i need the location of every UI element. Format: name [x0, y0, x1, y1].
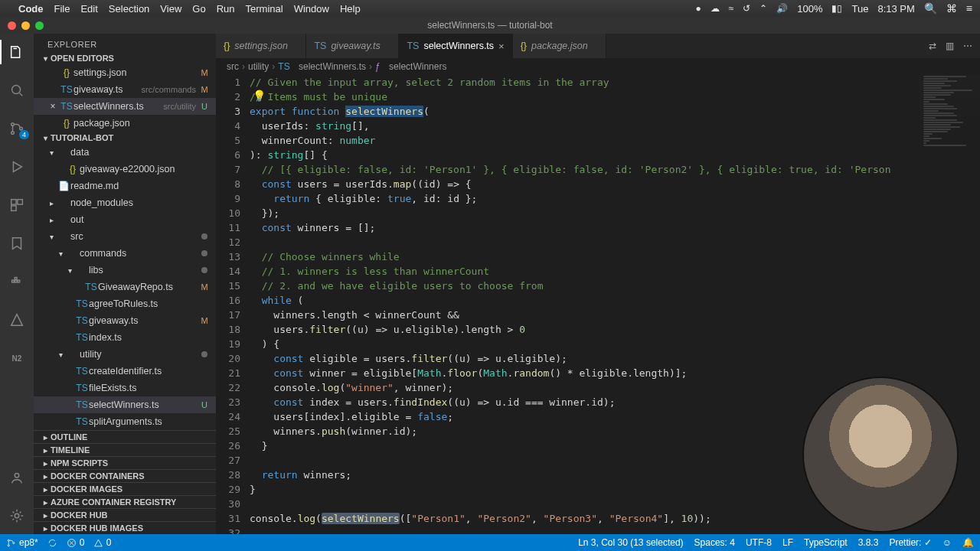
- status-branch[interactable]: ep8*: [6, 537, 38, 548]
- line-gutter[interactable]: 1234567891011121314151617181920212223242…: [216, 75, 250, 534]
- status-problems[interactable]: 0 0: [67, 537, 112, 548]
- status-encoding[interactable]: UTF-8: [746, 537, 772, 548]
- status-indent[interactable]: Spaces: 4: [694, 537, 735, 548]
- lightbulb-icon[interactable]: 💡: [253, 90, 266, 102]
- tree-folder[interactable]: ▾libs: [34, 262, 216, 279]
- chevron-icon[interactable]: ▾: [55, 249, 66, 258]
- activity-bookmarks[interactable]: [0, 231, 34, 256]
- open-editors-header[interactable]: ▾OPEN EDITORS: [34, 52, 216, 64]
- activity-extensions[interactable]: [0, 193, 34, 217]
- git-status-badge: U: [199, 400, 210, 409]
- tree-folder[interactable]: ▾src: [34, 228, 216, 245]
- project-header[interactable]: ▾TUTORIAL-BOT: [34, 132, 216, 144]
- tree-folder[interactable]: ▸out: [34, 211, 216, 228]
- collapsed-section[interactable]: ▸TIMELINE: [34, 443, 216, 456]
- breadcrumb[interactable]: src› utility› TS selectWinners.ts› ƒ sel…: [216, 58, 980, 75]
- tree-file[interactable]: {}giveaway-e22000.json: [34, 161, 216, 178]
- activity-notes[interactable]: N2: [0, 346, 34, 370]
- chevron-icon[interactable]: ▸: [46, 199, 57, 207]
- editor-tab[interactable]: {}settings.json×: [216, 34, 306, 58]
- app-name[interactable]: Code: [18, 3, 44, 15]
- tree-folder[interactable]: ▸node_modules: [34, 194, 216, 211]
- collapsed-section[interactable]: ▸AZURE CONTAINER REGISTRY: [34, 495, 216, 508]
- open-editor-item[interactable]: TSgiveaway.tssrc/commandsM: [34, 81, 216, 98]
- status-time[interactable]: 8:13 PM: [877, 3, 914, 15]
- chevron-icon[interactable]: ▾: [64, 266, 75, 275]
- tab-action-split-icon[interactable]: ▥: [946, 41, 954, 51]
- menu-go[interactable]: Go: [192, 3, 205, 15]
- chevron-icon[interactable]: ▾: [46, 233, 57, 241]
- minimize-window-button[interactable]: [21, 21, 30, 30]
- collapsed-section[interactable]: ▸DOCKER IMAGES: [34, 482, 216, 495]
- status-sync[interactable]: [47, 538, 57, 548]
- activity-run-debug[interactable]: [0, 155, 34, 179]
- tree-file[interactable]: TSGiveawayRepo.tsM: [34, 279, 216, 295]
- collapsed-section[interactable]: ▸DOCKER CONTAINERS: [34, 469, 216, 482]
- close-window-button[interactable]: [8, 21, 16, 30]
- menu-terminal[interactable]: Terminal: [246, 3, 283, 15]
- tree-file[interactable]: TSfileExists.ts: [34, 380, 216, 396]
- tree-file[interactable]: TSindex.ts: [34, 329, 216, 346]
- editor-tab[interactable]: TSgiveaway.ts×: [306, 34, 399, 58]
- collapsed-section[interactable]: ▸OUTLINE: [34, 430, 216, 443]
- activity-explorer[interactable]: [0, 40, 34, 64]
- status-docker-icon[interactable]: ≈: [729, 3, 734, 14]
- editor-tab[interactable]: TSselectWinners.ts×: [399, 34, 512, 58]
- menu-file[interactable]: File: [54, 3, 70, 15]
- menu-help[interactable]: Help: [340, 3, 361, 15]
- menu-run[interactable]: Run: [217, 3, 235, 15]
- tree-folder[interactable]: ▾data: [34, 144, 216, 161]
- status-wifi-icon[interactable]: ⌃: [760, 3, 767, 14]
- status-prettier[interactable]: Prettier: ✓: [889, 537, 931, 548]
- notifications-icon[interactable]: ≡: [966, 2, 972, 15]
- chevron-icon[interactable]: ▸: [46, 216, 57, 224]
- tree-file[interactable]: TSagreeToRules.ts: [34, 295, 216, 312]
- status-ts-version[interactable]: 3.8.3: [858, 537, 879, 548]
- control-center-icon[interactable]: ⌘: [946, 2, 957, 15]
- status-bell-icon[interactable]: 🔔: [962, 537, 974, 548]
- menu-window[interactable]: Window: [294, 3, 329, 15]
- activity-azure[interactable]: [0, 308, 34, 332]
- collapsed-section[interactable]: ▸DOCKER HUB IMAGES: [34, 521, 216, 534]
- activity-account[interactable]: [0, 465, 34, 490]
- collapsed-section[interactable]: ▸DOCKER HUB: [34, 508, 216, 521]
- status-eol[interactable]: LF: [782, 537, 793, 548]
- collapsed-section[interactable]: ▸NPM SCRIPTS: [34, 456, 216, 469]
- status-feedback-icon[interactable]: ☺: [942, 537, 952, 548]
- activity-search[interactable]: [0, 78, 34, 103]
- status-record-icon[interactable]: ●: [695, 3, 701, 14]
- menu-edit[interactable]: Edit: [80, 3, 97, 15]
- menu-selection[interactable]: Selection: [109, 3, 149, 15]
- chevron-icon[interactable]: ▾: [46, 148, 57, 157]
- activity-settings[interactable]: [0, 504, 34, 528]
- tree-file[interactable]: TSsplitArguments.ts: [34, 413, 216, 430]
- webcam-overlay[interactable]: [804, 378, 957, 531]
- status-cloud-icon[interactable]: ☁︎: [710, 3, 720, 14]
- chevron-icon[interactable]: ▾: [55, 350, 66, 359]
- tree-file[interactable]: TScreateIdentifier.ts: [34, 363, 216, 380]
- tab-action-compare-icon[interactable]: ⇄: [929, 41, 936, 51]
- close-tab-icon[interactable]: ×: [498, 41, 505, 52]
- close-icon[interactable]: ×: [46, 101, 60, 112]
- open-editor-item[interactable]: ×TSselectWinners.tssrc/utilityU: [34, 98, 216, 115]
- tree-file[interactable]: TSselectWinners.tsU: [34, 396, 216, 413]
- activity-source-control[interactable]: 4: [0, 116, 34, 141]
- open-editor-item[interactable]: {}package.json: [34, 115, 216, 132]
- tree-file[interactable]: 📄readme.md: [34, 178, 216, 194]
- tree-folder[interactable]: ▾utility: [34, 346, 216, 363]
- zoom-window-button[interactable]: [35, 21, 44, 30]
- tab-action-more-icon[interactable]: ⋯: [963, 41, 972, 51]
- menu-view[interactable]: View: [160, 3, 181, 15]
- status-sync-icon[interactable]: ↺: [743, 3, 750, 14]
- open-editor-item[interactable]: {}settings.jsonM: [34, 64, 216, 81]
- activity-docker[interactable]: [0, 269, 34, 294]
- editor-tab[interactable]: {}package.json×: [513, 34, 607, 58]
- status-cursor[interactable]: Ln 3, Col 30 (13 selected): [578, 537, 683, 548]
- tree-file[interactable]: TSgiveaway.tsM: [34, 312, 216, 329]
- tree-folder[interactable]: ▾commands: [34, 245, 216, 262]
- spotlight-icon[interactable]: 🔍: [924, 2, 937, 15]
- status-language[interactable]: TypeScript: [804, 537, 848, 548]
- status-battery-icon[interactable]: ▮▯: [831, 3, 842, 14]
- status-day[interactable]: Tue: [851, 3, 868, 15]
- status-volume-icon[interactable]: 🔊: [776, 3, 788, 14]
